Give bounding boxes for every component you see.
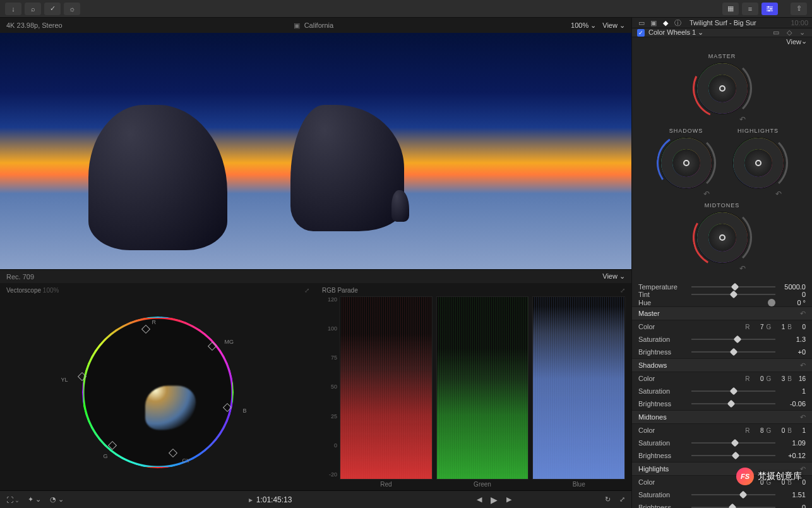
inspector-panel: ▭ ▣ ◆ ⓘ Twilight Surf - Big Sur 10:00 ✓ … bbox=[631, 18, 812, 508]
brightness-slider[interactable] bbox=[691, 455, 775, 456]
layout-clips-button[interactable]: ▦ bbox=[722, 3, 739, 15]
expand-icon[interactable]: ⤢ bbox=[620, 287, 625, 294]
viewer-view-dropdown[interactable]: View ⌄ bbox=[602, 21, 625, 30]
viewer-format: 4K 23.98p, Stereo bbox=[6, 21, 63, 29]
vec-target-b: B bbox=[242, 408, 246, 414]
highlights-brightness-row: Brightness -0 bbox=[632, 501, 812, 508]
expand-icon[interactable]: ⤢ bbox=[304, 287, 309, 294]
saturation-slider[interactable] bbox=[691, 390, 775, 392]
reset-icon[interactable]: ↶ bbox=[800, 465, 806, 473]
vectorscope-panel: Vectorscope 100%⤢ R MG B CY G YL bbox=[0, 283, 316, 490]
correction-enable-checkbox[interactable]: ✓ bbox=[637, 29, 645, 37]
highlights-saturation-row: Saturation 1.51 bbox=[632, 488, 812, 501]
correction-dropdown[interactable]: Color Wheels 1 ⌄ bbox=[648, 28, 767, 37]
inspector-tab-color[interactable]: ◆ bbox=[660, 18, 671, 28]
midtones-wheel[interactable]: MIDTONES ↶ bbox=[695, 202, 749, 273]
crop-tool-button[interactable]: ⛶ ⌄ bbox=[6, 496, 19, 504]
temperature-slider[interactable] bbox=[691, 286, 775, 287]
vectorscope-scale: 100% bbox=[43, 287, 59, 294]
viewer-header: 4K 23.98p, Stereo ▣ California 100% ⌄ Vi… bbox=[0, 18, 631, 33]
vec-target-cy: CY bbox=[182, 457, 190, 464]
inspector-tab-info[interactable]: ⓘ bbox=[672, 18, 683, 28]
reset-icon[interactable]: ↶ bbox=[800, 361, 806, 370]
parade-red bbox=[340, 296, 433, 480]
vec-target-mg: MG bbox=[225, 339, 234, 345]
scopes-colorspace: Rec. 709 bbox=[6, 273, 34, 281]
correction-row: ✓ Color Wheels 1 ⌄ ▭ ◇ ⌄ bbox=[632, 28, 812, 37]
saturation-slider[interactable] bbox=[691, 339, 775, 340]
background-tasks-button[interactable]: ✓ bbox=[44, 3, 61, 15]
enhance-button[interactable]: ☼ bbox=[64, 3, 80, 15]
angle-icon: ▣ bbox=[294, 21, 300, 29]
vec-target-r: R bbox=[152, 319, 156, 325]
timecode[interactable]: 1:01:45:13 bbox=[256, 495, 292, 504]
section-shadows: Shadows↶ bbox=[632, 358, 812, 372]
tint-row: Tint 0 bbox=[632, 291, 812, 298]
section-midtones: Midtones↶ bbox=[632, 410, 812, 424]
midtones-color-row: Color R8 G0 B1 bbox=[632, 424, 812, 437]
import-button[interactable]: ↓ bbox=[5, 3, 21, 15]
mask-button[interactable]: ▭ bbox=[771, 28, 781, 37]
scopes-area: Vectorscope 100%⤢ R MG B CY G YL bbox=[0, 283, 631, 490]
highlights-wheel[interactable]: HIGHLIGHTS ↶ bbox=[731, 128, 785, 198]
hue-row: Hue 0 ° bbox=[632, 298, 812, 306]
parade-y-axis: 1201007550250-20 bbox=[322, 296, 337, 478]
shadows-color-row: Color R0 G3 B16 bbox=[632, 372, 812, 385]
parade-blue bbox=[532, 296, 625, 480]
vec-target-yl: YL bbox=[61, 377, 68, 383]
viewer-clip-name: California bbox=[304, 21, 333, 29]
next-frame-button[interactable]: ▶ bbox=[506, 495, 511, 504]
fullscreen-button[interactable]: ⤢ bbox=[619, 495, 625, 504]
vectorscope-title: Vectorscope bbox=[6, 287, 41, 294]
reset-icon[interactable]: ↶ bbox=[800, 310, 806, 318]
vec-target-g: G bbox=[104, 453, 108, 459]
color-tool-button[interactable]: ◔ ⌄ bbox=[50, 495, 64, 504]
keyword-button[interactable]: ⌕ bbox=[25, 3, 41, 15]
chevron-down-icon: ⌄ bbox=[619, 21, 625, 29]
midtones-brightness-row: Brightness +0.12 bbox=[632, 449, 812, 462]
reset-icon[interactable]: ↶ bbox=[800, 413, 806, 421]
master-wheel[interactable]: MASTER ↶ bbox=[695, 53, 749, 124]
sliders-icon bbox=[766, 5, 773, 13]
shadows-wheel[interactable]: SHADOWS ↶ bbox=[659, 128, 713, 198]
layout-inspector-button[interactable] bbox=[761, 3, 778, 15]
saturation-slider[interactable] bbox=[691, 442, 775, 444]
saturation-slider[interactable] bbox=[691, 494, 775, 495]
temperature-row: Temperature 5000.0 bbox=[632, 283, 812, 291]
brightness-slider[interactable] bbox=[691, 403, 775, 404]
layout-list-button[interactable]: ≡ bbox=[742, 3, 758, 15]
viewer-canvas[interactable] bbox=[0, 33, 631, 269]
chevron-down-icon: ⌄ bbox=[590, 21, 596, 29]
prev-frame-button[interactable]: ◀ bbox=[477, 495, 482, 504]
master-color-row: Color R7 G1 B0 bbox=[632, 320, 812, 333]
retime-tool-button[interactable]: ✦ ⌄ bbox=[28, 495, 41, 504]
parade-green bbox=[436, 296, 529, 480]
zoom-dropdown[interactable]: 100% ⌄ bbox=[571, 21, 596, 30]
transport-bar: ⛶ ⌄ ✦ ⌄ ◔ ⌄ ▸1:01:45:13 ◀ ▶ ▶ ↻ ⤢ bbox=[0, 490, 631, 508]
rgb-parade-panel: RGB Parade⤢ 1201007550250-20 Red Green B… bbox=[316, 283, 631, 490]
midtones-saturation-row: Saturation 1.09 bbox=[632, 437, 812, 449]
master-saturation-row: Saturation 1.3 bbox=[632, 333, 812, 346]
chevron-down-icon: ⌄ bbox=[801, 37, 807, 45]
top-toolbar: ↓ ⌕ ✓ ☼ ▦ ≡ ⇧ bbox=[0, 0, 812, 18]
parade-title: RGB Parade bbox=[322, 287, 358, 294]
brightness-slider[interactable] bbox=[691, 351, 775, 353]
hue-dial[interactable] bbox=[768, 299, 775, 306]
highlights-color-row: Color R0 G0 B0 bbox=[632, 476, 812, 488]
section-highlights: Highlights↶ bbox=[632, 462, 812, 476]
wheels-view-dropdown[interactable]: View ⌄ bbox=[632, 37, 812, 45]
tint-slider[interactable] bbox=[691, 294, 775, 295]
loop-button[interactable]: ↻ bbox=[605, 495, 611, 504]
play-button[interactable]: ▶ bbox=[491, 495, 498, 505]
scopes-header: Rec. 709 View ⌄ bbox=[0, 269, 631, 283]
inspector-tab-generator[interactable]: ▣ bbox=[648, 18, 659, 28]
shadows-brightness-row: Brightness -0.06 bbox=[632, 397, 812, 410]
chevron-down-icon: ⌄ bbox=[619, 272, 625, 280]
scopes-view-dropdown[interactable]: View ⌄ bbox=[602, 272, 625, 281]
keyframe-button[interactable]: ◇ bbox=[785, 28, 794, 37]
chevron-down-icon: ⌄ bbox=[698, 28, 703, 36]
share-button[interactable]: ⇧ bbox=[791, 3, 807, 15]
svg-point-0 bbox=[768, 6, 769, 7]
correction-menu-button[interactable]: ⌄ bbox=[797, 28, 807, 37]
inspector-tab-video[interactable]: ▭ bbox=[636, 18, 647, 28]
